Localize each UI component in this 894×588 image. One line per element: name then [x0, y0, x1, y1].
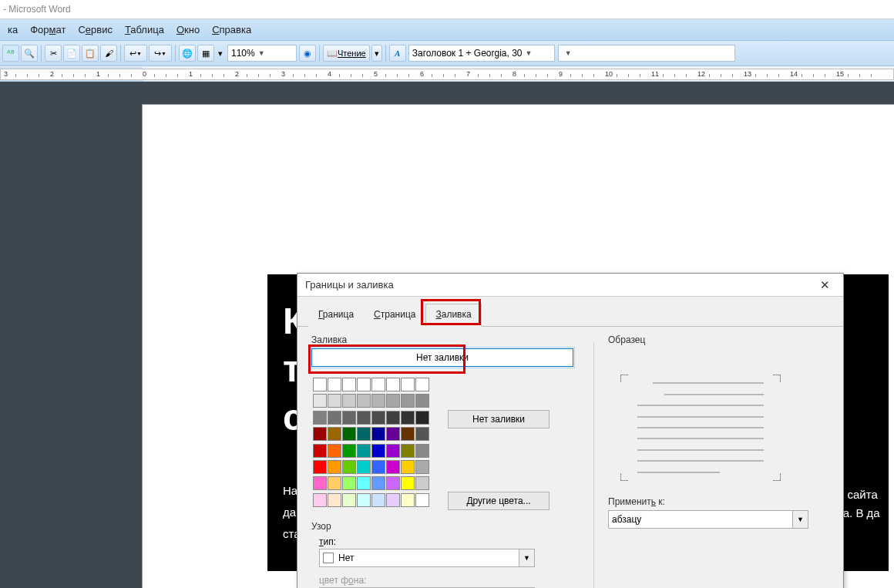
reading-dd-icon[interactable]: ▾ [371, 45, 382, 62]
dropdown-icon[interactable]: ▾ [216, 45, 225, 62]
menu-insert[interactable]: ка [2, 24, 24, 35]
color-swatch[interactable] [386, 444, 400, 458]
color-swatch[interactable] [342, 427, 356, 441]
color-swatch[interactable] [313, 460, 327, 474]
color-swatch[interactable] [401, 493, 415, 507]
color-swatch[interactable] [328, 378, 341, 391]
color-swatch[interactable] [401, 378, 415, 391]
color-swatch[interactable] [401, 394, 415, 408]
color-swatch[interactable] [415, 476, 429, 490]
menu-format[interactable]: Формат [24, 24, 72, 35]
color-swatch[interactable] [357, 493, 371, 507]
color-swatch[interactable] [357, 394, 371, 408]
hyperlink-icon[interactable]: 🌐 [179, 45, 196, 62]
color-swatch[interactable] [357, 378, 371, 391]
style-combo[interactable]: Заголовок 1 + Georgia, 30▼ [408, 45, 555, 62]
tab-page[interactable]: Страница [364, 304, 425, 327]
close-button[interactable]: ✕ [814, 277, 835, 294]
color-swatch[interactable] [386, 394, 400, 408]
color-swatch[interactable] [415, 378, 429, 391]
paste-icon[interactable]: 📋 [82, 45, 99, 62]
pattern-type-combo[interactable]: Нет ▼ [319, 549, 535, 567]
color-swatch[interactable] [386, 411, 400, 425]
color-swatch[interactable] [401, 476, 415, 490]
color-swatch[interactable] [313, 493, 327, 507]
apply-to-combo[interactable]: абзацу ▼ [608, 510, 808, 529]
color-swatch[interactable] [342, 493, 356, 507]
undo-icon[interactable]: ↩ ▼ [124, 45, 147, 62]
color-swatch[interactable] [328, 460, 341, 474]
color-swatch[interactable] [342, 444, 356, 458]
color-swatch[interactable] [313, 444, 327, 458]
menu-service[interactable]: Сервис [72, 24, 119, 35]
reading-icon[interactable]: 📖 Чтение [323, 45, 370, 62]
color-swatch[interactable] [401, 411, 415, 425]
menu-window[interactable]: Окно [170, 24, 206, 35]
color-swatch[interactable] [371, 394, 385, 408]
color-swatch[interactable] [386, 427, 400, 441]
color-swatch[interactable] [313, 394, 327, 408]
color-swatch[interactable] [328, 394, 341, 408]
research-icon[interactable]: 🔍 [21, 45, 38, 62]
color-swatch[interactable] [357, 427, 371, 441]
zoom-combo[interactable]: 110%▼ [227, 45, 297, 62]
color-swatch[interactable] [371, 493, 385, 507]
color-swatch[interactable] [342, 394, 356, 408]
color-swatch[interactable] [357, 476, 371, 490]
color-swatch[interactable] [328, 427, 341, 441]
color-swatch[interactable] [415, 411, 429, 425]
color-swatch[interactable] [371, 378, 385, 391]
color-swatch[interactable] [357, 411, 371, 425]
color-swatch[interactable] [371, 427, 385, 441]
color-palette[interactable] [313, 378, 429, 509]
font-combo[interactable]: ▼ [558, 45, 735, 62]
color-swatch[interactable] [386, 493, 400, 507]
color-swatch[interactable] [313, 476, 327, 490]
spellcheck-icon[interactable]: ᴬᴮ [2, 45, 19, 62]
color-swatch[interactable] [415, 394, 429, 408]
color-swatch[interactable] [415, 460, 429, 474]
no-fill-button-side[interactable]: Нет заливки [448, 410, 550, 428]
color-swatch[interactable] [328, 411, 341, 425]
color-swatch[interactable] [328, 476, 341, 490]
color-swatch[interactable] [328, 444, 341, 458]
color-swatch[interactable] [401, 427, 415, 441]
color-swatch[interactable] [386, 476, 400, 490]
color-swatch[interactable] [415, 493, 429, 507]
format-painter-icon[interactable]: 🖌 [100, 45, 117, 62]
color-swatch[interactable] [313, 378, 327, 391]
style-icon[interactable]: A [389, 45, 406, 62]
help-icon[interactable]: ◉ [299, 45, 316, 62]
redo-icon[interactable]: ↪ ▼ [149, 45, 172, 62]
color-swatch[interactable] [357, 460, 371, 474]
color-swatch[interactable] [342, 378, 356, 391]
color-swatch[interactable] [371, 444, 385, 458]
color-swatch[interactable] [415, 427, 429, 441]
color-swatch[interactable] [313, 427, 327, 441]
tab-fill[interactable]: Заливка [425, 304, 481, 327]
color-swatch[interactable] [371, 476, 385, 490]
color-swatch[interactable] [342, 411, 356, 425]
color-swatch[interactable] [328, 493, 341, 507]
color-swatch[interactable] [342, 460, 356, 474]
color-swatch[interactable] [357, 444, 371, 458]
color-swatch[interactable] [415, 444, 429, 458]
copy-icon[interactable]: 📄 [63, 45, 80, 62]
ruler[interactable]: 3210123456789101112131415 [0, 66, 894, 82]
menu-help[interactable]: Справка [206, 24, 257, 35]
no-fill-selector[interactable]: Нет заливки [311, 348, 573, 367]
table-icon[interactable]: ▦ [197, 45, 214, 62]
color-swatch[interactable] [401, 444, 415, 458]
color-swatch[interactable] [386, 378, 400, 391]
color-swatch[interactable] [313, 411, 327, 425]
color-swatch[interactable] [342, 476, 356, 490]
color-swatch[interactable] [386, 460, 400, 474]
color-swatch[interactable] [401, 460, 415, 474]
tab-border[interactable]: Граница [308, 304, 364, 327]
ruler-minor-tick [570, 74, 571, 77]
color-swatch[interactable] [371, 460, 385, 474]
cut-icon[interactable]: ✂ [45, 45, 62, 62]
color-swatch[interactable] [371, 411, 385, 425]
menu-table[interactable]: Таблица [119, 24, 170, 35]
more-colors-button[interactable]: Другие цвета... [448, 492, 550, 510]
